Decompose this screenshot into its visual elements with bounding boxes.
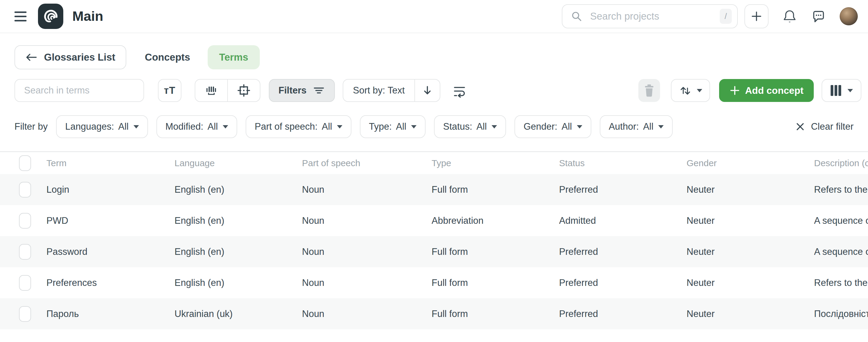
wrap-lines-button[interactable] xyxy=(453,83,467,98)
import-export-button[interactable] xyxy=(671,79,710,102)
table-row[interactable]: Login English (en) Noun Full form Prefer… xyxy=(0,174,868,205)
filter-by-label: Filter by xyxy=(14,121,48,132)
term-cell: PWD xyxy=(46,215,175,226)
filter-pill-languages[interactable]: Languages: All xyxy=(56,115,148,138)
column-header-language: Language xyxy=(175,158,302,168)
slash-shortcut-badge: / xyxy=(720,9,732,24)
language-cell: English (en) xyxy=(175,215,302,226)
trash-icon xyxy=(643,84,655,97)
arrows-up-down-icon xyxy=(679,84,692,97)
delete-selected-button[interactable] xyxy=(638,79,660,102)
chevron-down-icon xyxy=(223,125,228,129)
filter-pill-part-of-speech[interactable]: Part of speech: All xyxy=(246,115,351,138)
column-header-part-of-speech: Part of speech xyxy=(302,158,432,168)
filter-pill-name: Gender: xyxy=(524,121,557,132)
row-checkbox[interactable] xyxy=(19,306,31,322)
language-cell: English (en) xyxy=(175,247,302,257)
user-avatar[interactable] xyxy=(840,7,858,25)
filter-pill-name: Type: xyxy=(369,121,392,132)
term-cell: Пароль xyxy=(46,309,175,319)
clear-filter-button[interactable]: Clear filter xyxy=(795,121,854,132)
search-icon xyxy=(571,10,582,22)
filter-pill-gender[interactable]: Gender: All xyxy=(515,115,591,138)
select-all-checkbox[interactable] xyxy=(19,155,31,171)
close-icon xyxy=(795,122,805,132)
add-concept-button[interactable]: Add concept xyxy=(719,79,814,102)
chevron-down-icon xyxy=(133,125,139,129)
columns-icon xyxy=(830,85,842,96)
columns-view-button[interactable] xyxy=(822,79,861,102)
status-cell: Preferred xyxy=(559,309,687,319)
wrap-text-icon xyxy=(453,83,467,98)
type-cell: Full form xyxy=(432,247,559,257)
tab-concepts[interactable]: Concepts xyxy=(145,52,190,63)
row-checkbox[interactable] xyxy=(19,182,31,198)
filter-pill-type[interactable]: Type: All xyxy=(360,115,426,138)
filter-pill-status[interactable]: Status: All xyxy=(434,115,506,138)
clear-filter-label: Clear filter xyxy=(811,121,854,132)
chevron-down-icon xyxy=(847,89,853,92)
gender-cell: Neuter xyxy=(687,309,814,319)
description-cell: Refers to the xyxy=(814,184,868,195)
chevron-down-icon xyxy=(658,125,664,129)
table-header-row: Term Language Part of speech Type Status… xyxy=(0,152,868,174)
add-concept-label: Add concept xyxy=(745,85,804,96)
gender-cell: Neuter xyxy=(687,247,814,257)
column-header-status: Status xyxy=(559,158,687,168)
filter-pill-value: All xyxy=(476,121,487,132)
crowdin-logo[interactable] xyxy=(38,4,63,29)
plus-icon xyxy=(750,10,763,22)
arrow-left-icon xyxy=(25,53,37,62)
search-projects-input[interactable] xyxy=(590,10,720,22)
table-row[interactable]: PWD English (en) Noun Abbreviation Admit… xyxy=(0,205,868,236)
project-search-box[interactable]: / xyxy=(562,4,738,28)
part-of-speech-cell: Noun xyxy=(302,215,432,226)
language-cell: Ukrainian (uk) xyxy=(175,309,302,319)
type-cell: Full form xyxy=(432,278,559,288)
exact-match-button[interactable] xyxy=(227,80,260,101)
gender-cell: Neuter xyxy=(687,184,814,195)
create-project-button[interactable] xyxy=(744,4,769,28)
row-checkbox[interactable] xyxy=(19,213,31,229)
messages-button[interactable] xyxy=(811,9,826,24)
hamburger-menu-icon[interactable] xyxy=(14,11,27,21)
filter-pill-value: All xyxy=(561,121,572,132)
filter-pill-author[interactable]: Author: All xyxy=(600,115,673,138)
term-cell: Login xyxy=(46,184,175,195)
terms-table: Term Language Part of speech Type Status… xyxy=(0,151,868,329)
type-cell: Full form xyxy=(432,184,559,195)
back-to-glossaries-button[interactable]: Glossaries List xyxy=(14,45,126,69)
chat-bubble-icon xyxy=(811,9,826,24)
language-cell: English (en) xyxy=(175,278,302,288)
terms-search-box[interactable] xyxy=(14,79,144,102)
match-case-button[interactable]: тT xyxy=(158,79,181,102)
table-row[interactable]: Пароль Ukrainian (uk) Noun Full form Pre… xyxy=(0,298,868,329)
match-case-glyph: тT xyxy=(164,85,176,96)
status-cell: Preferred xyxy=(559,184,687,195)
notifications-button[interactable] xyxy=(782,9,797,24)
status-cell: Preferred xyxy=(559,278,687,288)
chevron-down-icon xyxy=(697,89,702,92)
table-row[interactable]: Password English (en) Noun Full form Pre… xyxy=(0,236,868,267)
type-cell: Full form xyxy=(432,309,559,319)
sort-by-button[interactable]: Sort by: Text xyxy=(343,80,414,101)
description-cell: A sequence of xyxy=(814,247,868,257)
filter-pill-modified[interactable]: Modified: All xyxy=(156,115,237,138)
part-of-speech-cell: Noun xyxy=(302,247,432,257)
sort-control: Sort by: Text xyxy=(343,79,440,102)
row-checkbox[interactable] xyxy=(19,244,31,260)
table-row[interactable]: Preferences English (en) Noun Full form … xyxy=(0,267,868,298)
filter-pill-value: All xyxy=(118,121,128,132)
search-terms-input[interactable] xyxy=(24,85,135,96)
whole-word-button[interactable] xyxy=(195,80,227,101)
row-checkbox[interactable] xyxy=(19,275,31,291)
chevron-down-icon xyxy=(411,125,416,129)
term-cell: Preferences xyxy=(46,278,175,288)
tab-terms[interactable]: Terms xyxy=(208,45,260,69)
term-cell: Password xyxy=(46,247,175,257)
filters-button[interactable]: Filters xyxy=(269,79,335,102)
sort-direction-button[interactable] xyxy=(414,80,440,101)
column-header-gender: Gender xyxy=(687,158,814,168)
description-cell: Refers to the xyxy=(814,278,868,288)
crowdin-logo-mark xyxy=(42,8,59,25)
